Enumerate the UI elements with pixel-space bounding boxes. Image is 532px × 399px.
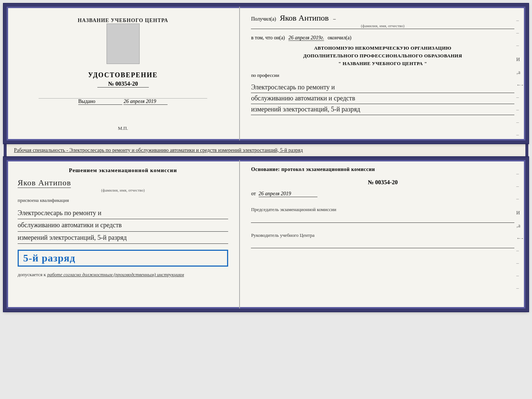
diploma-top: НАЗВАНИЕ УЧЕБНОГО ЦЕНТРА УДОСТОВЕРЕНИЕ №… <box>4 4 528 143</box>
side-dashes-bottom: – – – и ‚а ←- – – – – <box>516 171 523 291</box>
vydano-label: Выдано <box>78 99 122 105</box>
org-block: АВТОНОМНУЮ НЕКОММЕРЧЕСКУЮ ОРГАНИЗАЦИЮ ДО… <box>251 44 514 67</box>
prisvoena-label: присвоена квалификация <box>18 197 228 203</box>
vydano-date: 26 апреля 2019 <box>123 99 168 105</box>
profession-line3-top: измерений электростанций, 5-й разряд <box>251 104 514 115</box>
dopuskaetsya-line: допускается к работе согласно должностны… <box>18 272 228 278</box>
predsedatel-block: Председатель экзаменационной комиссии <box>251 206 514 223</box>
diploma-top-left-panel: НАЗВАНИЕ УЧЕБНОГО ЦЕНТРА УДОСТОВЕРЕНИЕ №… <box>7 7 240 140</box>
profession-line2-top: обслуживанию автоматики и средств <box>251 93 514 104</box>
org-line3: " НАЗВАНИЕ УЧЕБНОГО ЦЕНТРА " <box>251 60 514 68</box>
recipient-name-bottom: Яков Антипов <box>18 178 71 188</box>
vtom-row: в том, что он(а) 26 апреля 2019г. окончи… <box>251 35 514 41</box>
diploma-top-right-panel: Получил(а) Яков Антипов – (фамилия, имя,… <box>240 7 525 140</box>
profession-line1-bottom: Электрослесарь по ремонту и <box>18 207 228 219</box>
rukovoditel-block: Руководитель учебного Центра <box>251 232 514 249</box>
diploma-bottom-right-panel: Основание: протокол экзаменационной коми… <box>240 160 525 309</box>
udostoverenie-block: УДОСТОВЕРЕНИЕ № 00354-20 <box>88 71 158 88</box>
side-dashes-top: – – – и ‚а ←- – – – – <box>516 18 523 138</box>
predsedatel-signature-line <box>251 215 514 223</box>
predsedatel-label: Председатель экзаменационной комиссии <box>251 206 514 213</box>
middle-text-content: Рабочая специальность - Электрослесарь п… <box>14 147 303 153</box>
middle-text-strip: Рабочая специальность - Электрослесарь п… <box>4 143 528 157</box>
profession-block-bottom: Электрослесарь по ремонту и обслуживанию… <box>18 207 228 244</box>
udostoverenie-label: УДОСТОВЕРЕНИЕ <box>88 71 158 79</box>
diploma-bottom-left-panel: Решением экзаменационной комиссии Яков А… <box>7 160 240 309</box>
name-block-bottom: Яков Антипов (фамилия, имя, отчество) <box>18 177 228 192</box>
fio-label-bottom: (фамилия, имя, отчество) <box>18 188 228 192</box>
profession-line1-top: Электрослесарь по ремонту и <box>251 82 514 93</box>
recipient-name-top: Яков Антипов <box>280 13 328 22</box>
ot-date: 26 апреля 2019 <box>259 191 317 197</box>
dopuskaetsya-italic: работе согласно должностным (производств… <box>47 272 184 277</box>
ot-label: от <box>251 191 256 196</box>
po-professii-label: по профессии <box>251 72 514 78</box>
udostoverenie-number: № 00354-20 <box>97 81 149 88</box>
dopuskaetsya-prefix: допускается к <box>18 272 46 277</box>
profession-block-top: Электрослесарь по ремонту и обслуживанию… <box>251 82 514 115</box>
diploma-bottom: Решением экзаменационной комиссии Яков А… <box>4 157 528 311</box>
photo-placeholder <box>107 24 140 64</box>
vtom-date: 26 апреля 2019г. <box>288 35 324 41</box>
resheniem-title: Решением экзаменационной комиссии <box>18 167 228 174</box>
osnovanie-title: Основание: протокол экзаменационной коми… <box>251 167 514 172</box>
rukovoditel-label: Руководитель учебного Центра <box>251 232 514 239</box>
poluchil-label: Получил(а) <box>251 16 276 22</box>
org-line1: АВТОНОМНУЮ НЕКОММЕРЧЕСКУЮ ОРГАНИЗАЦИЮ <box>251 44 514 52</box>
rukovoditel-signature-line <box>251 241 514 248</box>
ot-row: от 26 апреля 2019 <box>251 191 514 197</box>
vtom-label: в том, что он(а) <box>251 35 285 40</box>
poluchil-row: Получил(а) Яков Антипов – (фамилия, имя,… <box>251 13 514 29</box>
top-left-title: НАЗВАНИЕ УЧЕБНОГО ЦЕНТРА <box>78 18 168 24</box>
okonchil-label: окончил(а) <box>328 35 352 40</box>
vydano-block: Выдано 26 апреля 2019 <box>78 99 168 105</box>
org-line2: ДОПОЛНИТЕЛЬНОГО ПРОФЕССИОНАЛЬНОГО ОБРАЗО… <box>251 52 514 60</box>
profession-line2-bottom: обслуживанию автоматики и средств <box>18 219 228 231</box>
mp-label: М.П. <box>118 125 128 133</box>
profession-line3-bottom: измерений электростанций, 5-й разряд <box>18 232 228 244</box>
razryad-big: 5-й разряд <box>18 250 228 267</box>
fio-label-top: (фамилия, имя, отчество) <box>251 24 514 28</box>
protocol-number: № 00354-20 <box>251 179 514 186</box>
main-container: НАЗВАНИЕ УЧЕБНОГО ЦЕНТРА УДОСТОВЕРЕНИЕ №… <box>4 4 528 311</box>
